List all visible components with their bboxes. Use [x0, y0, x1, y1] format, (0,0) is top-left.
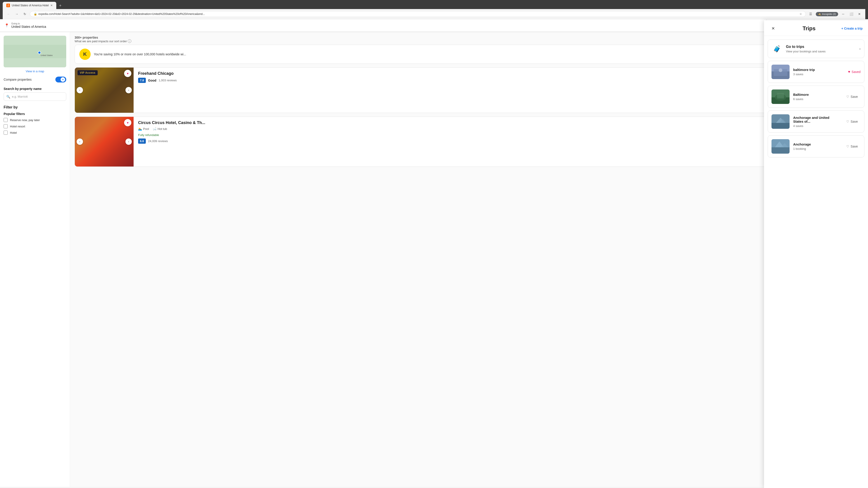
- save-hotel-2-button[interactable]: ♥: [124, 119, 131, 126]
- heart-outline-icon: ♡: [846, 95, 849, 98]
- hotel-image-wrap-1: VIP Access ♥ ‹ ›: [75, 68, 133, 113]
- compare-toggle[interactable]: ✕: [55, 76, 66, 83]
- hotel-info-2: Circus Circus Hotel, Casino & Th... 🏊 Po…: [133, 117, 863, 166]
- hotel-card-2[interactable]: ♥ ‹ › Circus Circus Hotel, Casino & Th..…: [74, 117, 864, 167]
- minimize-button[interactable]: ─: [840, 11, 846, 17]
- go-to-trips-item[interactable]: 🧳 Go to trips View your bookings and sav…: [768, 39, 864, 58]
- going-to-content: Going to United States of America: [11, 22, 46, 29]
- save-anchorage-usa-button[interactable]: ♡ Save: [844, 119, 861, 125]
- back-button[interactable]: ←: [5, 11, 12, 17]
- active-tab[interactable]: Z United States of America Hotel ✕: [3, 2, 56, 9]
- compare-label: Compare properties: [4, 78, 32, 81]
- trips-title: Trips: [802, 25, 815, 32]
- save-hotel-1-button[interactable]: ♥: [124, 70, 131, 77]
- trip-name-baltimore: Baltimore: [793, 93, 840, 96]
- next-image-1-button[interactable]: ›: [125, 87, 132, 93]
- heart-outline-icon-3: ♡: [846, 144, 849, 148]
- trip-thumbnail-anchorage: [772, 139, 789, 154]
- svg-point-2: [38, 51, 41, 54]
- tab-close-button[interactable]: ✕: [51, 4, 53, 7]
- trip-thumbnail-baltimore-trip: [772, 65, 789, 79]
- save-label-anchorage-usa: Save: [850, 120, 858, 123]
- vip-badge: VIP Access: [78, 70, 98, 75]
- results-count-text: 300+ properties: [74, 36, 131, 39]
- rating-label-1: Good: [148, 78, 156, 82]
- hotel-name-2: Circus Circus Hotel, Casino & Th...: [138, 121, 859, 125]
- svg-rect-1: [4, 45, 66, 58]
- trip-item-anchorage-usa[interactable]: Anchorage and United States of... 4 save…: [768, 110, 864, 133]
- go-trips-title: Go to trips: [786, 45, 856, 49]
- hotel-rating-2: 6.6 24,009 reviews: [138, 138, 859, 144]
- saved-label: Saved: [851, 70, 861, 74]
- filter-option-hotel[interactable]: Hotel: [4, 131, 66, 135]
- page-content: 📍 Going to United States of America 📅 Da…: [0, 19, 868, 487]
- save-baltimore-button[interactable]: ♡ Save: [844, 94, 861, 100]
- main-content: United States View in a map Compare prop…: [0, 32, 868, 487]
- trip-item-anchorage[interactable]: Anchorage 1 booking ♡ Save: [768, 135, 864, 158]
- paid-notice: What we are paid impacts our sort order …: [74, 39, 131, 43]
- hotel-name-1: Freehand Chicago: [138, 71, 859, 76]
- reload-button[interactable]: ↻: [22, 11, 28, 17]
- hotel-rating-1: 7.8 Good 1,003 reviews: [138, 78, 859, 83]
- compare-toggle-row: Compare properties ✕: [4, 76, 66, 83]
- prev-image-2-button[interactable]: ‹: [76, 138, 83, 145]
- trip-item-baltimore[interactable]: Baltimore 6 saves ♡ Save: [768, 86, 864, 108]
- trip-saves-anchorage: 1 booking: [793, 147, 840, 151]
- saved-heart-icon: ♥: [848, 70, 850, 74]
- incognito-badge: 🕵 Incognito (2): [816, 12, 838, 16]
- trips-panel: ✕ Trips + Create a trip 🧳 Go to trips Vi…: [764, 20, 868, 487]
- create-trip-button[interactable]: + Create a trip: [841, 27, 863, 30]
- view-map-link[interactable]: View in a map: [4, 70, 66, 73]
- info-icon[interactable]: i: [128, 39, 131, 43]
- results-count: 300+ properties What we are paid impacts…: [74, 36, 131, 43]
- sidebar-toggle[interactable]: ☰: [808, 11, 814, 17]
- svg-rect-20: [772, 139, 789, 147]
- going-to-field[interactable]: 📍 Going to United States of America: [0, 19, 767, 32]
- close-window-button[interactable]: ✕: [856, 11, 863, 17]
- plus-icon: +: [841, 27, 843, 30]
- hotel-card-1[interactable]: VIP Access ♥ ‹ › Freehand Chicago 7.8 Go…: [74, 67, 864, 113]
- filter-section: Filter by Popular filters Reserve now, p…: [4, 105, 66, 135]
- trip-item-baltimore-trip[interactable]: baltimore trip 3 saves ♥ Saved: [768, 61, 864, 83]
- go-trips-subtitle: View your bookings and saves: [786, 50, 856, 53]
- map-image: United States: [4, 36, 66, 67]
- filter-option-resort[interactable]: Hotel resort: [4, 124, 66, 128]
- hottub-icon: 🛁: [153, 127, 156, 131]
- results-top-row: 300+ properties What we are paid impacts…: [74, 36, 864, 43]
- saved-badge-baltimore: ♥ Saved: [848, 70, 861, 74]
- next-image-2-button[interactable]: ›: [125, 138, 132, 145]
- svg-text:United States: United States: [40, 54, 53, 57]
- lock-icon: 🔒: [34, 12, 37, 15]
- trip-saves-baltimore-trip: 3 saves: [793, 72, 844, 76]
- refundable-badge-2: Fully refundable: [138, 133, 859, 137]
- rating-score-1: 7.8: [138, 78, 146, 83]
- trips-list: 🧳 Go to trips View your bookings and sav…: [764, 36, 868, 487]
- amenity-hottub-label: Hot tub: [158, 127, 167, 131]
- address-bar[interactable]: 🔒 expedia.com/Hotel-Search?adults=1&chil…: [30, 11, 806, 17]
- new-tab-button[interactable]: +: [57, 2, 63, 9]
- maximize-button[interactable]: ⬜: [848, 11, 855, 17]
- browser-actions: ☰ 🕵 Incognito (2) ─ ⬜ ✕: [808, 11, 863, 17]
- hotel-image-wrap-2: ♥ ‹ ›: [75, 117, 133, 166]
- search-input-wrap: 🔍: [4, 92, 66, 101]
- search-property-input[interactable]: [4, 92, 66, 101]
- incognito-icon: 🕵: [818, 13, 821, 15]
- filter-checkbox-reserve[interactable]: [4, 118, 8, 122]
- save-anchorage-button[interactable]: ♡ Save: [844, 143, 861, 150]
- close-trips-button[interactable]: ✕: [770, 25, 777, 32]
- rating-score-2: 6.6: [138, 138, 146, 144]
- filter-option-reserve[interactable]: Reserve now, pay later: [4, 118, 66, 122]
- tab-bar: Z United States of America Hotel ✕ +: [3, 2, 865, 9]
- trip-thumbnail-baltimore: [772, 90, 789, 104]
- star-icon[interactable]: ☆: [800, 12, 802, 15]
- forward-button[interactable]: →: [13, 11, 20, 17]
- filter-checkbox-resort[interactable]: [4, 124, 8, 128]
- filter-checkbox-hotel[interactable]: [4, 131, 8, 135]
- chevron-right-icon: ›: [860, 47, 861, 51]
- search-bar: 📍 Going to United States of America 📅 Da…: [0, 19, 868, 32]
- filter-label-hotel: Hotel: [10, 131, 17, 134]
- savings-text: You're saving 10% or more on over 100,00…: [94, 53, 186, 56]
- search-icon: 🔍: [6, 95, 10, 98]
- toggle-x-icon: ✕: [62, 78, 64, 81]
- prev-image-1-button[interactable]: ‹: [76, 87, 83, 93]
